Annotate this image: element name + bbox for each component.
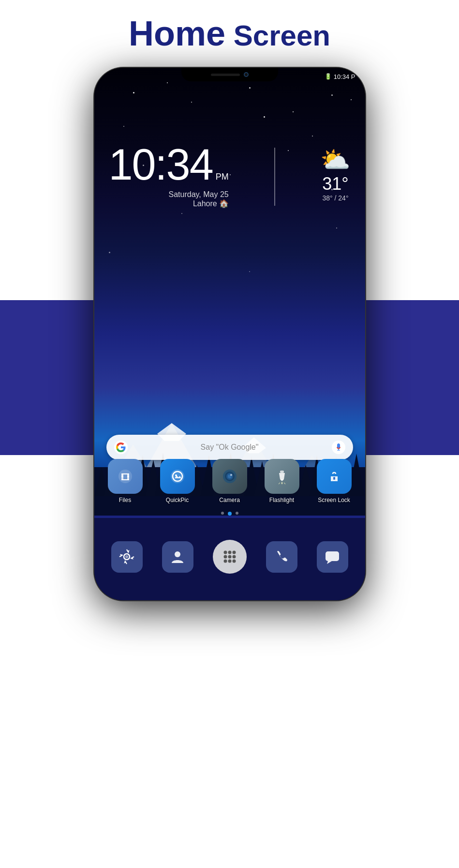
star xyxy=(249,271,250,272)
svg-point-58 xyxy=(333,477,335,479)
weather-widget[interactable]: ⛅ 31° 38° / 24° xyxy=(320,143,350,202)
dot-1 xyxy=(221,512,224,515)
weather-temp: 31° xyxy=(320,174,350,194)
svg-point-46 xyxy=(175,474,177,476)
battery-icon: 🔋 xyxy=(325,73,332,80)
dot-3 xyxy=(236,512,238,515)
dock-settings[interactable] xyxy=(111,541,143,573)
clock-ampm: PM xyxy=(216,172,229,182)
location-icon: 🏠 xyxy=(219,199,229,208)
notch-speaker xyxy=(211,74,240,76)
flashlight-icon-wrapper xyxy=(265,459,299,494)
camera-icon xyxy=(219,466,240,487)
flashlight-label: Flashlight xyxy=(269,497,294,503)
star xyxy=(351,99,352,100)
page-title: Home Screen xyxy=(0,0,459,63)
svg-point-42 xyxy=(121,475,123,477)
star xyxy=(293,111,294,112)
svg-rect-53 xyxy=(281,479,283,480)
svg-point-66 xyxy=(228,555,231,559)
phone-icon xyxy=(272,548,291,566)
files-icon-wrapper xyxy=(108,459,143,494)
title-home: Home xyxy=(129,14,225,53)
dock-all-apps[interactable] xyxy=(213,540,247,574)
svg-point-63 xyxy=(228,551,231,554)
clock-time: 10:34 xyxy=(109,143,213,186)
app-item-files[interactable]: Files xyxy=(104,459,147,503)
screenlock-icon-wrapper xyxy=(317,459,352,494)
messages-icon xyxy=(323,548,341,566)
clock-display: 10:34 PM Saturday, May 25 Lahore 🏠 xyxy=(109,143,229,208)
flashlight-icon xyxy=(271,466,293,487)
bottom-dock xyxy=(94,518,365,600)
app-item-quickpic[interactable]: QuickPic xyxy=(156,459,199,503)
svg-point-64 xyxy=(232,551,236,554)
dock-phone[interactable] xyxy=(266,541,297,573)
quickpic-icon-wrapper xyxy=(160,459,195,494)
phone-shell: 🔋 10:34 P 10:34 PM Saturday, May 25 Laho… xyxy=(94,68,365,600)
svg-rect-71 xyxy=(326,551,339,561)
weather-icon: ⛅ xyxy=(320,148,350,172)
phone-device: 🔋 10:34 P 10:34 PM Saturday, May 25 Laho… xyxy=(94,68,365,833)
google-logo xyxy=(114,441,128,454)
svg-point-62 xyxy=(223,551,227,554)
svg-rect-41 xyxy=(121,479,129,480)
search-placeholder: Say "Ok Google" xyxy=(133,443,327,452)
svg-point-51 xyxy=(230,474,232,476)
svg-rect-40 xyxy=(121,473,129,474)
app-item-camera[interactable]: Camera xyxy=(208,459,252,503)
star xyxy=(123,126,124,127)
contacts-icon xyxy=(168,548,187,566)
page-dots xyxy=(94,512,365,516)
svg-point-69 xyxy=(228,560,231,563)
star xyxy=(181,213,182,214)
camera-label: Camera xyxy=(219,497,240,503)
clock-widget[interactable]: 10:34 PM Saturday, May 25 Lahore 🏠 ⛅ 31°… xyxy=(109,143,351,208)
dot-2-active xyxy=(228,512,232,516)
star xyxy=(109,252,110,253)
phone-notch xyxy=(181,68,278,81)
status-time: 10:34 P xyxy=(334,73,355,80)
svg-line-55 xyxy=(279,483,280,484)
star xyxy=(264,116,265,118)
star xyxy=(331,94,333,96)
files-label: Files xyxy=(119,497,131,503)
svg-line-56 xyxy=(284,483,285,484)
svg-point-60 xyxy=(125,555,128,558)
quickpic-icon xyxy=(167,466,188,487)
star xyxy=(312,136,313,137)
settings-icon xyxy=(118,548,136,566)
app-row: Files QuickPic xyxy=(94,459,365,503)
files-icon xyxy=(115,466,136,487)
google-search-bar[interactable]: Say "Ok Google" xyxy=(106,435,353,460)
svg-marker-72 xyxy=(327,561,332,564)
dock-contacts[interactable] xyxy=(162,541,193,573)
app-item-flashlight[interactable]: Flashlight xyxy=(260,459,304,503)
svg-point-65 xyxy=(223,555,227,559)
title-screen: Screen xyxy=(225,19,330,52)
star xyxy=(191,102,192,103)
screenlock-icon xyxy=(324,466,345,487)
star xyxy=(249,87,251,89)
star xyxy=(133,92,134,93)
all-apps-icon xyxy=(221,548,238,565)
weather-range: 38° / 24° xyxy=(320,194,350,202)
dock-messages[interactable] xyxy=(317,541,348,573)
quickpic-label: QuickPic xyxy=(166,497,189,503)
svg-rect-36 xyxy=(337,450,340,451)
phone-screen: 🔋 10:34 P 10:34 PM Saturday, May 25 Laho… xyxy=(94,68,365,600)
camera-icon-wrapper xyxy=(212,459,247,494)
clock-location: Lahore 🏠 xyxy=(109,199,229,208)
notch-camera xyxy=(244,72,249,77)
app-item-screenlock[interactable]: Screen Lock xyxy=(312,459,356,503)
screenlock-label: Screen Lock xyxy=(318,497,350,503)
mic-icon[interactable] xyxy=(332,441,345,454)
svg-point-43 xyxy=(127,475,129,477)
star xyxy=(336,228,337,228)
clock-divider xyxy=(274,148,275,206)
clock-date: Saturday, May 25 xyxy=(109,190,229,199)
svg-point-67 xyxy=(232,555,236,559)
svg-rect-35 xyxy=(338,449,339,450)
svg-point-61 xyxy=(175,551,180,557)
svg-point-70 xyxy=(232,560,236,563)
